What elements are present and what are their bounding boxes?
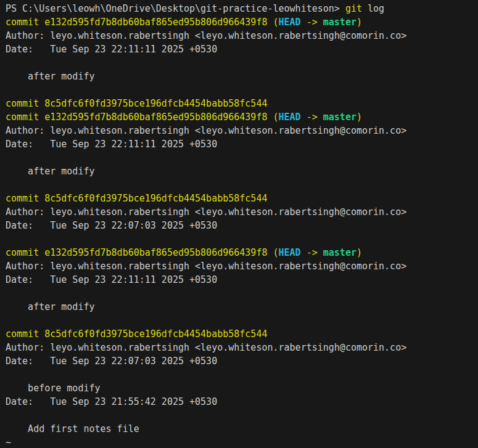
terminal-line: after modify (6, 165, 478, 178)
text-segment: PS C:\Users\leowh\OneDrive\Desktop\git-p… (6, 3, 345, 14)
terminal-line: Date: Tue Sep 23 22:11:11 2025 +0530 (6, 273, 478, 287)
text-segment: commit 8c5dfc6f0fd3975bce196dfcb4454babb… (6, 193, 267, 204)
terminal-line: Author: leyo.whiteson.rabertsingh <leyo.… (6, 29, 478, 43)
terminal-line: commit 8c5dfc6f0fd3975bce196dfcb4454babb… (6, 327, 478, 341)
terminal-line: before modify (6, 381, 478, 395)
text-segment: log (362, 3, 384, 14)
terminal-line: commit 8c5dfc6f0fd3975bce196dfcb4454babb… (6, 97, 478, 110)
text-segment: master (323, 17, 356, 28)
terminal-line: PS C:\Users\leowh\OneDrive\Desktop\git-p… (6, 2, 478, 15)
text-segment: after modify (6, 166, 95, 177)
terminal-line: Author: leyo.whiteson.rabertsingh <leyo.… (6, 341, 478, 354)
terminal-line (6, 314, 478, 327)
terminal-line: Author: leyo.whiteson.rabertsingh <leyo.… (6, 259, 478, 273)
text-segment: Date: Tue Sep 23 22:07:03 2025 +0530 (6, 220, 217, 231)
text-segment: Date: Tue Sep 23 22:11:11 2025 +0530 (6, 274, 217, 285)
text-segment: commit 8c5dfc6f0fd3975bce196dfcb4454babb… (6, 328, 267, 340)
text-segment: after modify (6, 71, 95, 82)
terminal-line (6, 151, 478, 165)
text-segment: commit e132d595fd7b8db60baf865ed95b806d9… (6, 247, 279, 258)
terminal-line: commit e132d595fd7b8db60baf865ed95b806d9… (6, 246, 478, 259)
terminal-line (6, 56, 478, 70)
terminal-line (6, 83, 478, 97)
text-segment: Author: leyo.whiteson.rabertsingh <leyo.… (6, 206, 406, 218)
text-segment: Author: leyo.whiteson.rabertsingh <leyo.… (6, 261, 406, 272)
terminal-line (6, 409, 478, 422)
terminal-line: Date: Tue Sep 23 22:07:03 2025 +0530 (6, 354, 478, 368)
terminal-line: after modify (6, 70, 478, 83)
terminal-line: commit e132d595fd7b8db60baf865ed95b806d9… (6, 110, 478, 124)
terminal-line: Date: Tue Sep 23 22:11:11 2025 +0530 (6, 43, 478, 56)
terminal-line: ~ (6, 436, 478, 448)
text-segment: commit e132d595fd7b8db60baf865ed95b806d9… (6, 17, 279, 28)
terminal-line: Date: Tue Sep 23 21:55:42 2025 +0530 (6, 395, 478, 409)
terminal-output: PS C:\Users\leowh\OneDrive\Desktop\git-p… (0, 0, 478, 448)
terminal-line: Date: Tue Sep 23 22:07:03 2025 +0530 (6, 219, 478, 232)
text-segment: git (345, 3, 362, 14)
terminal-line (6, 178, 478, 192)
terminal-line: Date: Tue Sep 23 22:11:11 2025 +0530 (6, 137, 478, 151)
text-segment: ~ (6, 437, 11, 448)
text-segment: Author: leyo.whiteson.rabertsingh <leyo.… (6, 342, 406, 353)
text-segment: HEAD (279, 17, 301, 28)
terminal-line: Author: leyo.whiteson.rabertsingh <leyo.… (6, 205, 478, 219)
terminal-line (6, 287, 478, 300)
text-segment: master (323, 247, 356, 258)
terminal-line: Author: leyo.whiteson.rabertsingh <leyo.… (6, 124, 478, 137)
text-segment: master (323, 112, 356, 123)
text-segment: Author: leyo.whiteson.rabertsingh <leyo.… (6, 30, 406, 41)
text-segment: HEAD (279, 247, 301, 258)
terminal-line: after modify (6, 300, 478, 314)
text-segment: ) (356, 247, 362, 258)
text-segment: Date: Tue Sep 23 22:07:03 2025 +0530 (6, 356, 217, 367)
text-segment: ) (356, 112, 362, 123)
terminal-line: Add first notes file (6, 422, 478, 436)
text-segment: before modify (6, 383, 101, 394)
terminal-line (6, 368, 478, 381)
text-segment: commit e132d595fd7b8db60baf865ed95b806d9… (6, 112, 279, 123)
text-segment: after modify (6, 301, 95, 312)
text-segment: -> (301, 247, 323, 258)
text-segment: Author: leyo.whiteson.rabertsingh <leyo.… (6, 125, 406, 136)
terminal-line: commit e132d595fd7b8db60baf865ed95b806d9… (6, 15, 478, 29)
terminal-line (6, 232, 478, 246)
terminal-line: commit 8c5dfc6f0fd3975bce196dfcb4454babb… (6, 192, 478, 205)
text-segment: -> (301, 112, 323, 123)
text-segment: Date: Tue Sep 23 21:55:42 2025 +0530 (6, 396, 217, 407)
text-segment: ) (356, 17, 362, 28)
text-segment: Date: Tue Sep 23 22:11:11 2025 +0530 (6, 139, 217, 150)
text-segment: Add first notes file (6, 423, 139, 434)
text-segment: HEAD (279, 112, 301, 123)
text-segment: Date: Tue Sep 23 22:11:11 2025 +0530 (6, 44, 217, 55)
text-segment: commit 8c5dfc6f0fd3975bce196dfcb4454babb… (6, 98, 267, 109)
text-segment: -> (301, 17, 323, 28)
